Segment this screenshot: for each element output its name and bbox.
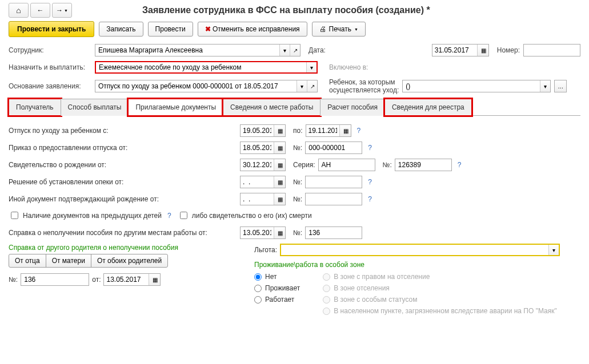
help-link[interactable]: ? [458,161,462,169]
employee-label: Сотрудник: [9,46,91,54]
death-cert-checkbox[interactable] [180,212,187,219]
cancel-all-button[interactable]: ✖ Отменить все исправления [198,22,307,37]
tabs-container: Получатель Способ выплаты Прилагаемые до… [9,99,580,116]
more-button[interactable]: … [554,80,567,92]
birth-date-field[interactable]: ▦ [240,159,286,171]
other-doc-date-input[interactable] [241,194,274,204]
zone-works-radio[interactable] [254,296,262,304]
basis-field[interactable]: ▾ ↗ [95,80,318,92]
birth-num-input[interactable] [395,159,452,171]
custody-num-input[interactable] [305,176,362,188]
other-doc-date-field[interactable]: ▦ [240,193,286,205]
chevron-down-icon: ▼ [354,27,358,31]
basis-input[interactable] [95,81,296,91]
save-button[interactable]: Записать [99,22,143,37]
calendar-icon[interactable]: ▦ [274,142,285,153]
tab-calculation[interactable]: Расчет пособия [320,99,385,116]
help-link[interactable]: ? [368,195,372,203]
leave-to-input[interactable] [306,126,339,136]
leave-to-field[interactable]: ▦ [306,124,351,137]
home-icon: ⌂ [16,6,21,15]
other-doc-num-input[interactable] [305,193,362,205]
calendar-icon[interactable]: ▦ [274,176,285,188]
assign-field[interactable]: ▾ [95,61,318,74]
series-label: Серия: [293,161,315,169]
birth-date-input[interactable] [241,160,274,170]
date-field[interactable]: ▦ [432,44,489,56]
calendar-icon[interactable]: ▦ [149,274,160,285]
help-link[interactable]: ? [368,178,372,186]
order-num-input[interactable] [305,141,362,154]
tab-recipient[interactable]: Получатель [9,99,61,116]
btn-father[interactable]: От отца [9,254,46,268]
dropdown-button[interactable]: ▾ [296,80,307,92]
order-date-input[interactable] [241,143,274,153]
number-input[interactable] [523,44,580,56]
submit-button[interactable]: Провести [148,22,193,37]
order-date-field[interactable]: ▦ [240,141,286,154]
op-date-input[interactable] [104,274,149,285]
back-button[interactable]: ← [30,3,50,18]
dropdown-button[interactable]: ▾ [279,45,290,56]
assign-input[interactable] [96,62,306,72]
death-cert-label: либо свидетельство о его (их) смерти [192,212,312,220]
custody-date-field[interactable]: ▦ [240,176,286,188]
zone-no-radio[interactable] [254,273,262,281]
tab-payment-method[interactable]: Способ выплаты [61,99,129,116]
prev-children-label: Наличие документов на предыдущих детей [23,212,162,220]
calendar-icon[interactable]: ▦ [274,227,285,238]
open-button[interactable]: ↗ [307,80,317,92]
cert-date-field[interactable]: ▦ [240,227,286,239]
benefit-input[interactable] [281,245,548,255]
birth-num-label: №: [383,161,392,169]
submit-close-button[interactable]: Провести и закрыть [9,21,94,37]
custody-label: Решение об установлении опеки от: [9,178,237,186]
tab-workplace[interactable]: Сведения о месте работы [223,99,320,116]
zone-lives-radio[interactable] [254,285,262,292]
tab-registry[interactable]: Сведения для реестра [384,99,472,116]
dropdown-button[interactable]: ▾ [306,62,316,72]
calendar-icon[interactable]: ▦ [339,125,351,136]
leave-from-field[interactable]: ▦ [240,124,286,137]
cert-num-input[interactable] [305,227,362,239]
calendar-icon[interactable]: ▦ [477,45,488,56]
calendar-icon[interactable]: ▦ [274,193,285,205]
help-link[interactable]: ? [167,212,171,220]
page-title: Заявление сотрудника в ФСС на выплату по… [142,5,430,15]
help-link[interactable]: ? [357,127,361,135]
op-num-label: №: [9,276,18,284]
prev-children-checkbox[interactable] [11,212,18,219]
chevron-down-icon: ▼ [64,9,68,13]
printer-icon [319,25,326,33]
open-button[interactable]: ↗ [290,45,300,56]
custody-date-input[interactable] [241,177,274,187]
cert-date-input[interactable] [241,228,274,238]
employee-field[interactable]: ▾ ↗ [95,44,300,56]
child-care-input[interactable] [403,81,540,91]
btn-mother[interactable]: От матери [46,254,91,268]
order-label: Приказ о предоставлении отпуска от: [9,144,237,152]
benefit-field[interactable]: ▾ [280,244,560,256]
op-date-field[interactable]: ▦ [103,273,161,286]
calendar-icon[interactable]: ▦ [274,159,285,171]
btn-both[interactable]: От обоих родителей [91,254,168,268]
dropdown-button[interactable]: ▾ [540,80,550,92]
print-button[interactable]: Печать▼ [312,22,366,37]
child-care-label: Ребенок, за которым осуществляется уход: [329,78,399,94]
forward-button[interactable]: →▼ [52,3,72,18]
num-label: №: [293,178,302,186]
dropdown-button[interactable]: ▾ [548,245,559,255]
leave-from-input[interactable] [241,126,274,136]
arrow-left-icon: ← [37,6,44,14]
birth-series-input[interactable] [318,159,375,171]
child-care-field[interactable]: ▾ [402,80,551,92]
number-label: Номер: [497,46,520,54]
employee-input[interactable] [95,45,279,55]
op-num-input[interactable] [21,273,89,286]
tab-documents[interactable]: Прилагаемые документы [128,99,223,116]
home-button[interactable]: ⌂ [9,3,29,18]
basis-label: Основание заявления: [9,82,91,90]
help-link[interactable]: ? [368,144,372,152]
date-input[interactable] [432,45,477,55]
calendar-icon[interactable]: ▦ [274,125,285,136]
